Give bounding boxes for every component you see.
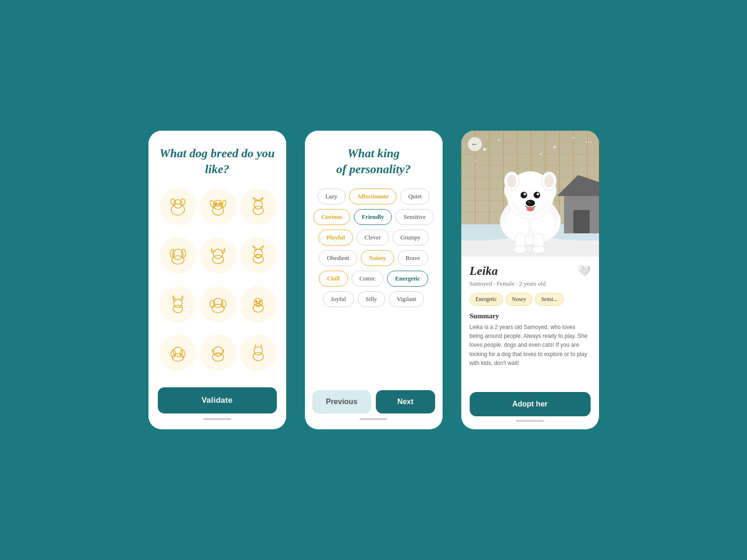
tag-silly[interactable]: Silly [358, 291, 385, 307]
dot-1[interactable] [521, 247, 525, 251]
dog-breed-item[interactable] [240, 189, 276, 225]
svg-point-36 [173, 347, 183, 357]
dog-breed-item[interactable] [160, 335, 196, 371]
svg-rect-66 [573, 210, 590, 233]
dog-photo: ← ··· [461, 131, 599, 257]
tag-vigilant[interactable]: Vigilant [389, 291, 424, 307]
tag-joyful[interactable]: Joyful [323, 291, 354, 307]
dog-breed-item[interactable] [160, 237, 196, 273]
svg-point-33 [255, 301, 257, 302]
svg-point-42 [216, 353, 220, 356]
tag-energetic[interactable]: Energetic [387, 271, 428, 287]
svg-point-43 [254, 347, 262, 355]
svg-point-85 [544, 175, 554, 188]
svg-point-17 [182, 249, 185, 258]
dog-details: Samoyed · Female · 2 years old [470, 280, 591, 287]
svg-point-41 [212, 353, 224, 361]
screens-container: What dog breed do you like? [148, 131, 599, 429]
personality-title: What kingof personality? [336, 146, 411, 177]
profile-content: Leika 🤍 Samoyed · Female · 2 years old E… [461, 257, 599, 429]
validate-button[interactable]: Validate [158, 387, 277, 413]
screen-breed-selection: What dog breed do you like? [148, 131, 286, 429]
tag-affectionate[interactable]: Affectionate [349, 189, 397, 204]
svg-point-87 [534, 192, 540, 198]
tag-quiet[interactable]: Quiet [400, 189, 430, 204]
personality-row: Curious Friendly Sensitive [312, 209, 435, 225]
photo-dots-indicator [521, 247, 538, 251]
summary-title: Summary [470, 312, 591, 320]
svg-point-94 [498, 139, 500, 141]
svg-point-7 [220, 200, 226, 208]
breed-title: What dog breed do you like? [158, 146, 277, 177]
trait-sensitive: Sensi... [535, 293, 564, 306]
svg-point-16 [170, 249, 174, 258]
scroll-indicator [203, 418, 231, 420]
svg-point-88 [523, 193, 526, 196]
next-button[interactable]: Next [376, 390, 435, 413]
dog-breed-grid [158, 187, 277, 382]
svg-point-40 [213, 347, 223, 356]
tag-chill[interactable]: Chill [319, 271, 347, 287]
tag-grumpy[interactable]: Grumpy [393, 230, 429, 245]
tag-sensitive[interactable]: Sensitive [395, 209, 434, 225]
scroll-indicator [516, 420, 544, 422]
svg-marker-23 [259, 245, 264, 250]
tag-clever[interactable]: Clever [357, 230, 389, 245]
svg-point-32 [253, 304, 263, 312]
svg-point-97 [474, 161, 476, 162]
svg-point-10 [254, 201, 262, 209]
dog-breed-item[interactable] [200, 335, 236, 371]
dog-breed-item[interactable] [240, 335, 276, 371]
dog-name: Leika [470, 264, 498, 278]
previous-button[interactable]: Previous [312, 390, 372, 413]
more-options-button[interactable]: ··· [585, 137, 592, 148]
svg-point-18 [213, 249, 223, 259]
dog-breed-item[interactable] [200, 237, 236, 273]
svg-point-34 [259, 301, 261, 302]
adopt-button[interactable]: Adopt her [470, 392, 591, 416]
svg-point-91 [528, 201, 530, 203]
tag-curious[interactable]: Curious [313, 209, 350, 225]
svg-point-28 [212, 304, 224, 313]
svg-point-11 [253, 206, 263, 215]
svg-point-92 [527, 207, 534, 211]
svg-point-84 [507, 175, 516, 188]
dot-3[interactable] [535, 247, 538, 251]
tag-comic[interactable]: Comic [352, 271, 384, 287]
svg-point-19 [212, 255, 224, 264]
navigation-buttons: Previous Next [312, 390, 435, 413]
personality-row: Lazy Affectionate Quiet [312, 189, 435, 204]
back-button[interactable]: ← [468, 137, 482, 151]
dog-breed-item[interactable] [160, 286, 196, 322]
dog-breed-item[interactable] [200, 189, 236, 225]
svg-point-6 [209, 200, 215, 208]
svg-point-86 [521, 192, 527, 198]
svg-point-95 [553, 146, 556, 148]
dog-breed-item[interactable] [160, 189, 196, 225]
tag-obedient[interactable]: Obedient [319, 250, 357, 266]
svg-marker-13 [259, 197, 263, 201]
dog-breed-item[interactable] [240, 237, 276, 273]
tag-lazy[interactable]: Lazy [317, 189, 345, 204]
scroll-indicator [359, 418, 388, 420]
screen-personality: What kingof personality? Lazy Affectiona… [305, 131, 443, 429]
dog-breed-item[interactable] [200, 286, 236, 322]
svg-point-89 [536, 193, 539, 196]
personality-row: Obedient Noisey Brave [312, 250, 435, 266]
profile-header: Leika 🤍 [470, 264, 591, 278]
tag-friendly[interactable]: Friendly [354, 209, 392, 225]
dog-breed-item[interactable] [240, 286, 276, 322]
dot-2[interactable] [528, 247, 532, 251]
favorite-button[interactable]: 🤍 [578, 265, 591, 277]
trait-tags: Energetic Nosey Sensi... [470, 293, 591, 306]
svg-point-9 [218, 203, 221, 205]
personality-tag-grid: Lazy Affectionate Quiet Curious Friendly… [312, 189, 435, 385]
personality-row: Playful Clever Grumpy [312, 230, 435, 245]
summary-text: Leika is a 2 years old Samoyed, who love… [470, 323, 591, 386]
tag-noisey[interactable]: Noisey [361, 250, 394, 266]
tag-brave[interactable]: Brave [398, 250, 428, 266]
svg-point-21 [253, 255, 263, 263]
svg-marker-22 [253, 245, 257, 250]
tag-playful[interactable]: Playful [318, 230, 353, 245]
svg-marker-12 [253, 197, 258, 201]
